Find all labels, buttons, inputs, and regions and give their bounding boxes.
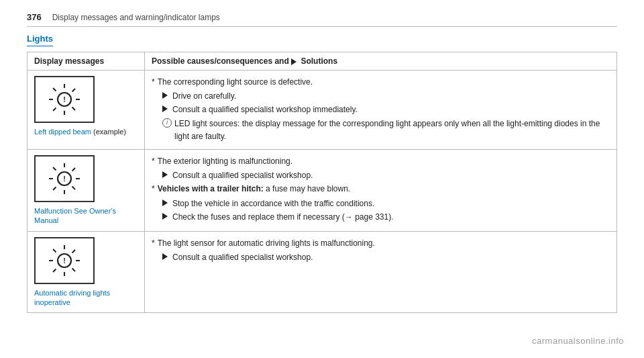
table-row: ! Malfunction See Owner's Manual *The ex… [28,149,617,231]
display-cell-2: ! Automatic driving lights inoperative [28,231,145,313]
display-label-0: Left dipped beam (example) [34,127,126,136]
sun-icon-2: ! [46,242,83,279]
svg-line-27 [72,268,76,271]
svg-text:!: ! [63,175,66,183]
main-table: Display messages Possible causes/consequ… [27,52,617,313]
causes-cell-0: *The corresponding light source is defec… [145,71,617,150]
causes-cell-2: *The light sensor for automatic driving … [145,231,617,313]
svg-line-5 [72,89,76,92]
svg-line-14 [53,167,56,171]
svg-line-16 [53,187,56,190]
section-title: Lights [27,34,53,46]
svg-line-24 [53,249,56,253]
icon-box-1: ! [34,155,95,202]
icon-box-2: ! [34,237,95,284]
icon-box-0: ! [34,76,95,123]
display-cell-0: ! Left dipped beam (example) [28,71,145,150]
svg-line-7 [72,107,76,111]
svg-line-15 [72,168,76,171]
col-header-causes: Possible causes/consequences and Solutio… [145,52,617,71]
col-header-display: Display messages [28,52,145,71]
page-title: Display messages and warning/indicator l… [52,13,220,22]
display-cell-1: ! Malfunction See Owner's Manual [28,149,145,231]
svg-line-17 [72,186,76,189]
page-container: 376 Display messages and warning/indicat… [0,0,644,326]
svg-line-4 [53,88,56,91]
causes-cell-1: *The exterior lighting is malfunctioning… [145,149,617,231]
display-label-2: Automatic driving lights inoperative [34,288,138,308]
svg-line-25 [72,250,76,253]
svg-line-6 [53,108,56,111]
svg-text:!: ! [63,95,66,103]
table-row: ! Left dipped beam (example) *The corres… [28,71,617,150]
page-header: 376 Display messages and warning/indicat… [27,12,617,27]
table-row: ! Automatic driving lights inoperative *… [28,231,617,313]
watermark: carmanualsonline.info [532,336,624,346]
svg-line-26 [53,269,56,272]
sun-icon-0: ! [46,81,83,118]
sun-icon-1: ! [46,161,83,197]
display-label-1: Malfunction See Owner's Manual [34,206,138,226]
svg-text:!: ! [63,257,66,265]
arrow-icon [291,58,297,65]
page-number: 376 [27,12,42,22]
